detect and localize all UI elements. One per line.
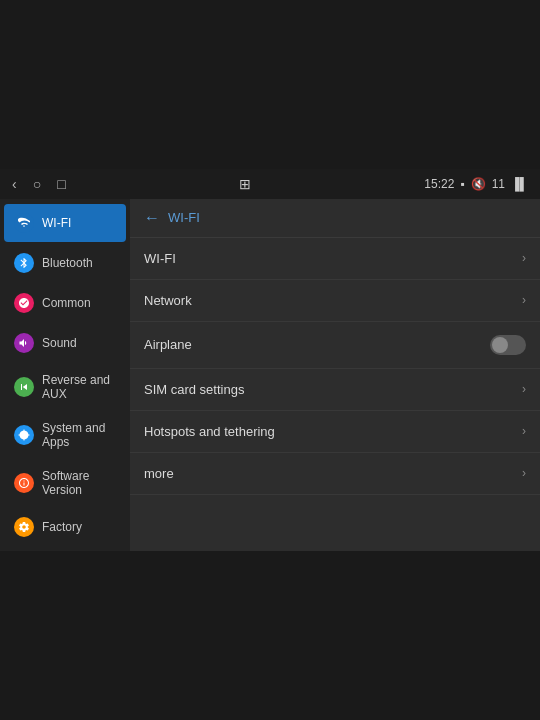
menu-list: WI-FI›Network›AirplaneSIM card settings›…	[130, 238, 540, 551]
system-icon	[14, 425, 34, 445]
menu-item-label: Hotspots and tethering	[144, 424, 275, 439]
factory-label: Factory	[42, 520, 82, 534]
nav-back-button[interactable]: ‹	[12, 176, 17, 192]
volume-level: 11	[492, 177, 505, 191]
software-label: Software Version	[42, 469, 116, 497]
back-arrow-icon[interactable]: ←	[144, 209, 160, 227]
reverse-icon	[14, 377, 34, 397]
menu-item-airplane[interactable]: Airplane	[130, 322, 540, 369]
wifi-label: WI-FI	[42, 216, 71, 230]
panel-title: WI-FI	[168, 210, 200, 225]
menu-item-label: WI-FI	[144, 251, 176, 266]
split-view-icon: ⊞	[239, 176, 251, 192]
sound-label: Sound	[42, 336, 77, 350]
signal-icon: ▪	[460, 177, 464, 191]
software-icon	[14, 473, 34, 493]
chevron-right-icon: ›	[522, 251, 526, 265]
sidebar-item-factory[interactable]: Factory	[4, 508, 126, 546]
menu-item-label: more	[144, 466, 174, 481]
chevron-right-icon: ›	[522, 382, 526, 396]
menu-item-label: Network	[144, 293, 192, 308]
chevron-right-icon: ›	[522, 293, 526, 307]
mute-icon: 🔇	[471, 177, 486, 191]
menu-item-label: SIM card settings	[144, 382, 244, 397]
menu-item-hotspots-and-tethering[interactable]: Hotspots and tethering›	[130, 411, 540, 453]
status-bar: ‹ ○ □ ⊞ 15:22 ▪ 🔇 11 ▐▌	[0, 169, 540, 198]
menu-item-more[interactable]: more›	[130, 453, 540, 495]
battery-icon: ▐▌	[511, 177, 528, 191]
clock: 15:22	[424, 177, 454, 191]
toggle-switch[interactable]	[490, 335, 526, 355]
status-indicators: 15:22 ▪ 🔇 11 ▐▌	[424, 177, 528, 191]
reverse-label: Reverse and AUX	[42, 373, 116, 401]
sidebar-item-bluetooth[interactable]: Bluetooth	[4, 244, 126, 282]
sidebar-item-common[interactable]: Common	[4, 284, 126, 322]
sidebar-item-wifi[interactable]: WI-FI	[4, 204, 126, 242]
common-icon	[14, 293, 34, 313]
wifi-icon	[14, 213, 34, 233]
sound-icon	[14, 333, 34, 353]
bluetooth-label: Bluetooth	[42, 256, 93, 270]
menu-item-wi-fi[interactable]: WI-FI›	[130, 238, 540, 280]
nav-recent-button[interactable]: □	[57, 176, 65, 192]
panel-header: ← WI-FI	[130, 199, 540, 238]
nav-home-button[interactable]: ○	[33, 176, 41, 192]
nav-buttons: ‹ ○ □	[12, 176, 66, 192]
menu-item-network[interactable]: Network›	[130, 280, 540, 322]
factory-icon	[14, 517, 34, 537]
bluetooth-icon	[14, 253, 34, 273]
right-panel: ← WI-FI WI-FI›Network›AirplaneSIM card s…	[130, 199, 540, 551]
chevron-right-icon: ›	[522, 466, 526, 480]
sidebar-item-system[interactable]: System and Apps	[4, 412, 126, 458]
chevron-right-icon: ›	[522, 424, 526, 438]
sidebar-item-sound[interactable]: Sound	[4, 324, 126, 362]
common-label: Common	[42, 296, 91, 310]
sidebar-item-reverse[interactable]: Reverse and AUX	[4, 364, 126, 410]
main-content: WI-FIBluetoothCommonSoundReverse and AUX…	[0, 199, 540, 551]
menu-item-sim-card-settings[interactable]: SIM card settings›	[130, 369, 540, 411]
menu-item-label: Airplane	[144, 337, 192, 352]
sidebar-item-software[interactable]: Software Version	[4, 460, 126, 506]
sidebar: WI-FIBluetoothCommonSoundReverse and AUX…	[0, 199, 130, 551]
system-label: System and Apps	[42, 421, 116, 449]
